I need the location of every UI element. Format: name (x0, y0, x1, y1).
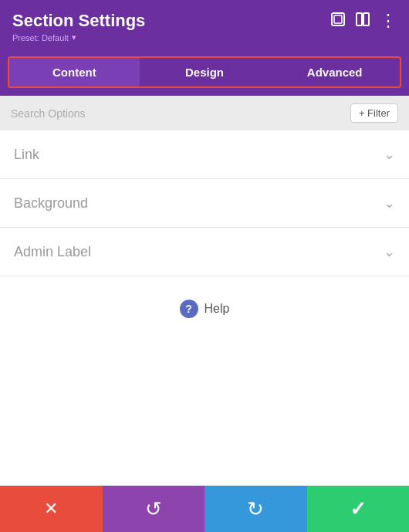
svg-rect-2 (357, 13, 362, 25)
search-input[interactable]: Search Options (11, 107, 86, 120)
preset-arrow-icon: ▾ (72, 32, 76, 42)
columns-icon[interactable] (355, 12, 370, 31)
accordion-label-background: Background (14, 195, 88, 212)
accordion-item-admin-label[interactable]: Admin Label ⌄ (0, 228, 409, 276)
preset-label: Preset: Default (12, 33, 69, 42)
cancel-icon: ✕ (44, 499, 58, 519)
preset-selector[interactable]: Preset: Default ▾ (12, 32, 397, 42)
save-button[interactable]: ✓ (307, 486, 410, 532)
search-bar: Search Options + Filter (0, 96, 409, 130)
help-label: Help (204, 302, 230, 316)
filter-button[interactable]: + Filter (350, 103, 398, 123)
accordion-item-background[interactable]: Background ⌄ (0, 179, 409, 228)
help-icon: ? (180, 300, 198, 318)
svg-rect-3 (363, 13, 369, 25)
bottom-toolbar: ✕ ↺ ↻ ✓ (0, 486, 409, 532)
tabs-container: Content Design Advanced (8, 56, 401, 88)
save-icon: ✓ (350, 497, 367, 521)
help-section[interactable]: ? Help (0, 276, 409, 334)
section-settings-panel: Section Settings ⋮ Preset: Def (0, 0, 409, 532)
tab-content[interactable]: Content (9, 58, 140, 86)
redo-button[interactable]: ↻ (204, 486, 307, 532)
accordion-label-admin-label: Admin Label (14, 244, 91, 260)
accordion-list: Link ⌄ Background ⌄ Admin Label ⌄ ? Help (0, 130, 409, 486)
chevron-down-icon-background: ⌄ (384, 195, 395, 212)
undo-icon: ↺ (145, 497, 162, 521)
cancel-button[interactable]: ✕ (0, 486, 103, 532)
more-options-icon[interactable]: ⋮ (380, 11, 397, 31)
undo-button[interactable]: ↺ (103, 486, 205, 532)
tab-design[interactable]: Design (140, 58, 270, 86)
redo-icon: ↻ (247, 497, 264, 521)
accordion-label-link: Link (14, 147, 39, 163)
tab-advanced[interactable]: Advanced (269, 58, 400, 86)
accordion-item-link[interactable]: Link ⌄ (0, 130, 409, 179)
header-icons: ⋮ (330, 11, 397, 31)
header: Section Settings ⋮ Preset: Def (0, 0, 409, 50)
chevron-down-icon-admin-label: ⌄ (384, 243, 395, 260)
chevron-down-icon-link: ⌄ (384, 146, 395, 163)
svg-rect-1 (334, 15, 342, 23)
tabs-bar: Content Design Advanced (0, 50, 409, 96)
panel-title: Section Settings (12, 11, 145, 31)
frame-icon[interactable] (330, 12, 346, 31)
